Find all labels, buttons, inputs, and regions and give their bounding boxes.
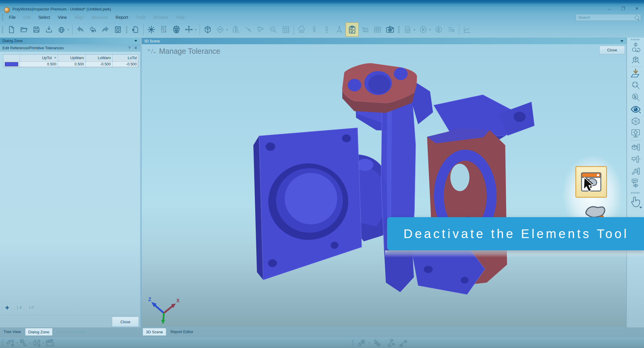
robot-arm-icon[interactable] [398,338,409,348]
mesh-icon[interactable] [170,22,183,37]
table-grid-icon[interactable] [371,22,384,37]
tools-panel-icon[interactable] [627,165,644,177]
visibility-eye-icon[interactable] [627,103,644,115]
part-model-3d[interactable] [251,56,537,298]
camera-icon[interactable] [384,22,396,37]
lotol-value[interactable]: -0.500 [113,61,138,67]
uptol-value[interactable]: 0.500 [20,61,58,67]
tab-3d-scene[interactable]: 3D Scene [143,328,166,335]
redo-icon[interactable] [99,22,112,37]
robot-arm-grid-icon[interactable] [386,338,397,348]
probe-dice-icon[interactable] [214,22,227,37]
lowarn-value[interactable]: -0.500 [86,61,113,67]
menu-view[interactable]: View [54,13,71,22]
report-item-dropdown[interactable]: ▾ [414,22,417,37]
annotation-move-icon[interactable] [627,177,644,189]
tolerance-color-swatch[interactable] [5,62,18,66]
align-axes-icon[interactable] [183,22,195,37]
probe-slider-dropdown[interactable]: ▾ [16,342,18,344]
search-box[interactable] [576,14,641,21]
options-gear-icon[interactable] [112,22,124,37]
menu-file[interactable]: File [5,13,20,22]
report-item-icon[interactable] [401,22,414,37]
minimize-button[interactable]: – [603,5,615,12]
sphere-probe-dropdown[interactable]: ▾ [29,342,31,344]
tolerance-color-cell[interactable] [3,61,20,67]
point-cloud-icon[interactable] [295,22,308,37]
close-dialog-icon[interactable]: ✕ [133,46,139,50]
align-axes-dropdown[interactable]: ▾ [195,22,198,37]
close-window-button[interactable]: ✕ [631,5,643,12]
search-icon[interactable] [635,16,639,20]
axis-object-icon[interactable] [627,53,644,65]
web-share-icon[interactable] [55,22,68,37]
probe-slider-icon[interactable] [5,338,16,348]
import-icon[interactable] [43,22,55,37]
upwarn-value[interactable]: 0.500 [58,61,86,67]
bounding-cube-icon[interactable] [627,115,644,127]
scene-close-button[interactable]: Close [599,46,625,54]
review-panel-icon[interactable] [627,153,644,165]
roller-icon[interactable] [321,22,333,37]
check-probe-icon[interactable] [372,338,382,348]
column-upwarn[interactable]: UpWarn [58,55,86,61]
add-tolerance-button[interactable] [2,303,12,312]
measure-window-icon[interactable] [280,22,292,37]
play-macro-dropdown[interactable]: ▾ [429,22,432,37]
web-share-dropdown[interactable]: ▾ [68,22,71,37]
new-document-icon[interactable] [5,22,18,37]
cube-reference-icon[interactable] [201,22,214,37]
binary-data-icon[interactable]: 010011110 [158,22,170,37]
menu-report[interactable]: Report [112,13,132,22]
tab-tree-view[interactable]: Tree View [1,328,24,335]
snapshot-add-icon[interactable] [359,22,371,37]
save-icon[interactable] [30,22,43,37]
tab-report-editor[interactable]: Report Editor [167,328,196,335]
dialog-close-button[interactable]: Close [112,317,139,327]
scene-header[interactable]: 3D Scene [142,38,626,44]
delete-selection-icon[interactable] [87,22,99,37]
sphere-probe-icon[interactable] [18,338,29,348]
search-input[interactable] [578,15,635,20]
apply-tolerance-button[interactable] [15,303,24,312]
open-project-icon[interactable] [18,22,30,37]
gauge-slider-dropdown[interactable]: ▾ [42,342,44,344]
clapperboard-icon[interactable] [44,338,55,348]
menu-select[interactable]: Select [35,13,54,22]
target-device-dropdown[interactable]: ▾ [368,342,370,344]
elements-tool-clipboard-icon[interactable] [346,22,359,37]
column-uptol[interactable]: UpTol [20,55,58,61]
display-options-icon[interactable] [627,127,644,139]
export-document-icon[interactable] [129,22,142,37]
probe-dice-dropdown[interactable]: ▾ [227,22,229,37]
zoom-to-fit-icon[interactable] [627,79,644,91]
zoom-select-icon[interactable] [627,91,644,103]
drill-icon[interactable] [255,22,267,37]
navigate-3d-icon[interactable] [627,42,644,53]
target-device-icon[interactable] [357,338,367,348]
pen-probe-icon[interactable] [242,22,255,37]
dialog-zone-header[interactable]: Dialog Zone [0,38,140,44]
object-panel-icon[interactable] [627,141,644,153]
column-lowarn[interactable]: LoWarn [86,55,113,61]
tolerance-row[interactable]: 0.500 0.500 -0.500 -0.500 [3,61,138,67]
import-to-plane-icon[interactable] [627,68,644,79]
surface-wave-icon[interactable] [229,22,242,37]
hand-pointer-dropdown[interactable] [639,207,642,209]
assign-tolerance-button[interactable] [27,303,36,312]
digitize-spark-icon[interactable] [145,22,158,37]
chevron-down-icon[interactable] [134,40,137,42]
restore-button[interactable]: ❐ [617,5,629,12]
ai-search-icon[interactable]: AI [267,22,280,37]
brush-icon[interactable] [308,22,321,37]
control-list-icon[interactable] [445,22,457,37]
gauge-slider-icon[interactable] [31,338,42,348]
chevron-down-icon[interactable] [620,40,623,42]
tab-dialog-zone[interactable]: Dialog Zone [25,328,53,335]
undo-icon[interactable] [74,22,87,37]
play-macro-icon[interactable] [417,22,429,37]
column-lotol[interactable]: LoTol [113,55,138,61]
help-button[interactable]: ? [126,46,133,50]
compass-icon[interactable] [333,22,346,37]
chart-icon[interactable] [461,22,473,37]
